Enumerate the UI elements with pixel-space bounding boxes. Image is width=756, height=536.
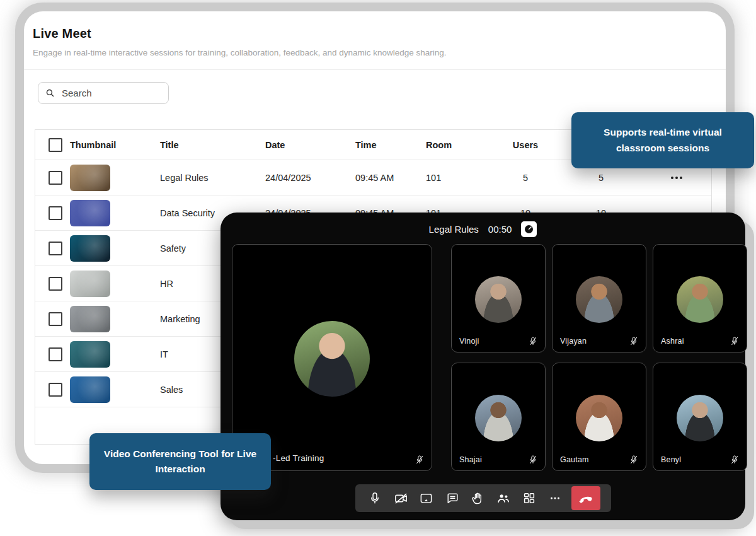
mic-muted-icon <box>528 455 538 465</box>
chat-button[interactable] <box>443 486 462 510</box>
end-call-icon <box>578 490 594 506</box>
raise-hand-icon <box>471 491 485 506</box>
session-date: 24/04/2025 <box>265 173 355 183</box>
participant-avatar <box>475 395 522 441</box>
screen-share-icon <box>419 491 433 506</box>
video-meeting-window: Legal Rules 00:50 -Led TrainingVinojiVij… <box>220 213 745 520</box>
thumbnail-image <box>70 165 110 191</box>
session-time: 09:45 AM <box>355 173 426 183</box>
row-checkbox[interactable] <box>49 206 62 220</box>
participant-name: Vijayan <box>560 337 587 346</box>
meeting-timer: 00:50 <box>488 224 512 235</box>
session-title: Legal Rules <box>160 173 265 183</box>
main-speaker-avatar <box>294 321 370 397</box>
thumbnail-image <box>70 271 110 297</box>
chat-icon <box>445 491 459 505</box>
thumbnail-image <box>70 306 110 332</box>
thumbnail-image <box>70 341 110 368</box>
participant-name: Ashrai <box>661 337 684 346</box>
participant-avatar <box>576 395 622 441</box>
header-divider <box>24 69 726 70</box>
participant-tile: Vinoji <box>451 244 546 352</box>
session-users: 5 <box>488 173 563 183</box>
more-icon <box>548 491 562 505</box>
participant-tile: Vijayan <box>552 244 646 352</box>
row-menu-icon[interactable] <box>671 177 682 179</box>
mic-muted-icon <box>415 455 425 465</box>
meeting-stage: -Led TrainingVinojiVijayanAshraiShajaiGa… <box>232 244 736 471</box>
participant-name: Shajai <box>459 455 482 464</box>
participant-name: Gautam <box>560 455 589 464</box>
mic-button[interactable] <box>365 486 384 510</box>
column-header-title: Title <box>160 140 265 150</box>
callout-classroom-text: Supports real-time virtual classroom ses… <box>584 125 742 155</box>
search-icon <box>45 88 55 98</box>
row-checkbox[interactable] <box>49 383 62 397</box>
participant-avatar <box>677 395 723 441</box>
layout-grid-icon <box>522 491 536 505</box>
search-box[interactable] <box>38 82 169 104</box>
participant-name: Benyl <box>661 455 681 464</box>
participant-avatar <box>475 276 522 323</box>
row-checkbox[interactable] <box>49 312 62 326</box>
search-input[interactable] <box>60 87 158 99</box>
participant-tile: Ashrai <box>653 244 747 352</box>
participant-avatar <box>677 276 723 323</box>
meeting-header: Legal Rules 00:50 <box>220 220 745 238</box>
callout-video-text: Video Conferencing Tool for Live Interac… <box>102 446 258 477</box>
mic-icon <box>368 491 382 505</box>
participants-button[interactable] <box>494 486 513 510</box>
row-checkbox[interactable] <box>49 242 62 255</box>
row-actions-cell <box>639 177 714 179</box>
mic-muted-icon <box>730 336 740 346</box>
callout-video-conferencing: Video Conferencing Tool for Live Interac… <box>89 433 271 490</box>
camera-off-button[interactable] <box>391 486 410 510</box>
participant-name: Vinoji <box>459 337 479 346</box>
column-header-room: Room <box>426 140 488 150</box>
end-call-button[interactable] <box>571 486 600 510</box>
participant-tile: Benyl <box>653 363 747 471</box>
more-button[interactable] <box>546 486 564 510</box>
row-checkbox[interactable] <box>49 347 62 361</box>
session-room: 101 <box>426 173 488 183</box>
row-checkbox[interactable] <box>49 171 62 185</box>
thumbnail-image <box>70 200 110 226</box>
meeting-toolbar <box>355 484 611 512</box>
participant-tile: Gautam <box>552 363 646 471</box>
callout-classroom-sessions: Supports real-time virtual classroom ses… <box>571 112 754 168</box>
participant-avatar <box>576 276 622 323</box>
main-speaker-label: -Led Training <box>273 453 324 463</box>
participants-icon <box>496 491 511 506</box>
screen-share-button[interactable] <box>417 486 436 510</box>
select-all-checkbox-cell <box>35 138 70 152</box>
session-count: 5 <box>563 173 639 183</box>
column-header-thumbnail: Thumbnail <box>70 140 160 150</box>
mic-muted-icon <box>629 336 639 346</box>
camera-off-icon <box>394 491 408 506</box>
mic-muted-icon <box>528 336 538 346</box>
meeting-title: Legal Rules <box>429 224 479 235</box>
column-header-time: Time <box>355 140 426 150</box>
page-subtitle: Engage in real-time interactive sessions… <box>33 48 447 57</box>
raise-hand-button[interactable] <box>468 486 487 510</box>
mic-muted-icon <box>629 455 639 465</box>
thumbnail-image <box>70 235 110 262</box>
layout-grid-button[interactable] <box>520 486 539 510</box>
select-all-checkbox[interactable] <box>49 138 62 152</box>
mic-muted-icon <box>730 455 740 465</box>
column-header-date: Date <box>265 140 355 150</box>
page-title: Live Meet <box>33 26 91 41</box>
timer-icon[interactable] <box>521 221 537 237</box>
thumbnail-image <box>70 376 110 403</box>
column-header-users: Users <box>488 140 563 150</box>
participant-tile: Shajai <box>451 363 546 471</box>
row-checkbox[interactable] <box>49 277 62 291</box>
